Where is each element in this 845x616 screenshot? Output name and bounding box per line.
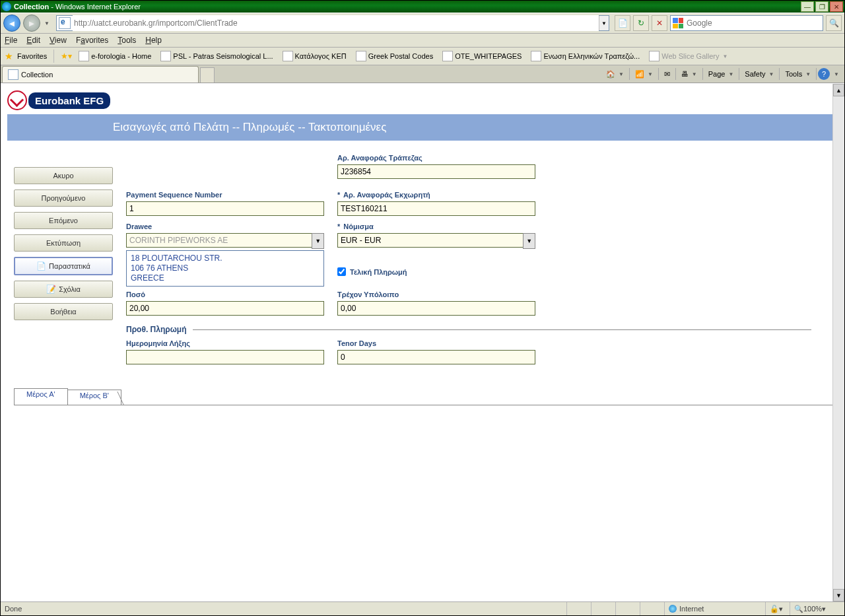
print-button[interactable]: Εκτύπωση — [14, 234, 113, 252]
page-title-banner: Εισαγωγές από Πελάτη -- Πληρωμές -- Τακτ… — [7, 114, 838, 141]
zoom-level[interactable]: 🔍 100% ▾ — [790, 602, 844, 615]
comments-icon: 📝 — [46, 285, 56, 294]
comments-button[interactable]: 📝Σχόλια — [14, 281, 113, 298]
security-zone[interactable]: Internet — [664, 602, 765, 615]
scroll-down-icon[interactable]: ▼ — [833, 589, 844, 601]
seq-input[interactable] — [126, 201, 324, 216]
cancel-button[interactable]: Ακυρο — [14, 167, 113, 184]
print-button[interactable]: 🖶▼ — [677, 67, 701, 81]
page-icon — [531, 51, 541, 61]
favorites-star-icon[interactable]: ★ — [5, 51, 13, 61]
tab-part-b[interactable]: Μέρος Β' — [67, 390, 121, 405]
google-icon — [673, 18, 683, 28]
fav-item[interactable]: OTE_WHITEPAGES — [440, 50, 524, 63]
close-button[interactable]: ✕ — [830, 1, 843, 12]
page-icon — [283, 51, 293, 61]
menu-favorites[interactable]: Favorites — [76, 36, 108, 45]
bank-ref-input[interactable] — [337, 164, 535, 179]
eurobank-logo: Eurobank EFG — [7, 90, 110, 110]
seq-label: Payment Sequence Number — [126, 191, 324, 199]
tenor-input[interactable] — [337, 350, 535, 364]
search-input[interactable] — [685, 18, 823, 28]
tenor-label: Tenor Days — [337, 339, 535, 347]
drawee-select[interactable] — [126, 233, 312, 248]
final-payment-checkbox[interactable] — [337, 267, 346, 276]
balance-input[interactable] — [337, 301, 535, 316]
protected-mode-icon[interactable]: 🔓▾ — [765, 602, 790, 615]
fav-item[interactable]: e-forologia - Home — [76, 50, 154, 63]
scroll-up-icon[interactable]: ▲ — [833, 84, 844, 96]
page-icon — [160, 51, 171, 61]
page-menu[interactable]: Page▼ — [704, 67, 738, 81]
browser-navbar: ◄ ► ▼ ▼ 📄 ↻ ✕ 🔍 — [1, 13, 844, 34]
menu-tools[interactable]: Tools — [118, 36, 136, 45]
fav-item[interactable]: PSL - Patras Seismological L... — [158, 50, 275, 63]
fav-item[interactable]: Κατάλογος ΚΕΠ — [280, 50, 349, 63]
zone-label: Internet — [679, 605, 704, 613]
previous-button[interactable]: Προηγούμενο — [14, 189, 113, 207]
help-dropdown[interactable]: ▼ — [834, 71, 839, 77]
section-title: Προθ. Πληρωμή — [126, 325, 186, 334]
tab-part-a[interactable]: Μέρος Α' — [14, 388, 68, 405]
vertical-scrollbar[interactable]: ▲ ▼ — [832, 84, 844, 601]
menu-help[interactable]: Help — [145, 36, 162, 45]
window-titlebar: Collection - Windows Internet Explorer —… — [1, 1, 844, 13]
assignor-ref-label: * Αρ. Αναφοράς Εκχωρητή — [337, 191, 535, 199]
search-button[interactable]: 🔍 — [826, 15, 842, 31]
address-bar[interactable]: ▼ — [56, 15, 609, 31]
feeds-button[interactable]: 📶▼ — [631, 67, 657, 81]
assignor-ref-input[interactable] — [337, 201, 535, 216]
nav-history-dropdown[interactable]: ▼ — [43, 20, 51, 26]
logo-text: Eurobank EFG — [28, 92, 110, 109]
tools-menu[interactable]: Tools▼ — [781, 67, 815, 81]
window-title-suffix: Windows Internet Explorer — [55, 3, 141, 11]
amount-input[interactable] — [126, 301, 324, 316]
browser-tab[interactable]: Collection — [2, 66, 199, 83]
forward-button[interactable]: ► — [23, 15, 40, 32]
fav-item[interactable]: Web Slice Gallery▼ — [646, 50, 730, 63]
new-tab-button[interactable] — [200, 67, 215, 83]
form-area: Αρ. Αναφοράς Τράπεζας Payment Sequence N… — [126, 154, 838, 368]
globe-icon — [669, 605, 677, 613]
window-title: Collection - Windows Internet Explorer — [14, 3, 801, 11]
next-button[interactable]: Επόμενο — [14, 212, 113, 229]
currency-select[interactable] — [337, 233, 523, 248]
page-icon — [356, 51, 366, 61]
url-input[interactable] — [73, 15, 599, 31]
compat-view-button[interactable]: 📄 — [615, 15, 630, 31]
page-icon — [79, 51, 89, 61]
search-box[interactable] — [670, 15, 823, 31]
fav-item[interactable]: Ενωση Ελληνικών Τραπεζώ... — [528, 50, 642, 63]
stop-button[interactable]: ✕ — [652, 15, 667, 31]
minimize-button[interactable]: — — [801, 1, 814, 12]
add-favorite-icon[interactable]: ★▾ — [61, 51, 72, 61]
drawee-dropdown-icon[interactable]: ▼ — [312, 233, 324, 249]
help-button[interactable]: ? — [818, 68, 830, 80]
action-sidebar: Ακυρο Προηγούμενο Επόμενο Εκτύπωση 📄Παρα… — [7, 154, 113, 368]
expiry-input[interactable] — [126, 350, 324, 364]
refresh-button[interactable]: ↻ — [633, 15, 649, 31]
bank-ref-label: Αρ. Αναφοράς Τράπεζας — [337, 154, 535, 162]
restore-button[interactable]: ❐ — [815, 1, 828, 12]
back-button[interactable]: ◄ — [3, 15, 20, 32]
drawee-label: Drawee — [126, 222, 324, 230]
menu-file[interactable]: File — [5, 36, 17, 45]
readmail-button[interactable]: ✉ — [660, 67, 674, 81]
section-header: Προθ. Πληρωμή — [126, 325, 811, 334]
safety-menu[interactable]: Safety▼ — [741, 67, 778, 81]
amount-label: Ποσό — [126, 291, 324, 298]
page-icon — [649, 51, 659, 61]
drawee-address: 18 PLOUTARCHOU STR. 106 76 ATHENS GREECE — [126, 250, 324, 287]
menu-view[interactable]: View — [50, 36, 67, 45]
favorites-label[interactable]: Favorites — [17, 52, 47, 60]
home-button[interactable]: 🏠▼ — [602, 67, 628, 81]
final-payment-label: Τελική Πληρωμή — [350, 268, 407, 276]
currency-dropdown-icon[interactable]: ▼ — [523, 233, 535, 249]
url-dropdown[interactable]: ▼ — [599, 16, 609, 30]
documents-button[interactable]: 📄Παραστατικά — [14, 257, 113, 275]
menu-edit[interactable]: Edit — [26, 36, 40, 45]
fav-item[interactable]: Greek Postal Codes — [353, 50, 436, 63]
help-button[interactable]: Βοήθεια — [14, 303, 113, 320]
page-icon — [8, 69, 18, 80]
page-title: Εισαγωγές από Πελάτη -- Πληρωμές -- Τακτ… — [113, 121, 386, 134]
